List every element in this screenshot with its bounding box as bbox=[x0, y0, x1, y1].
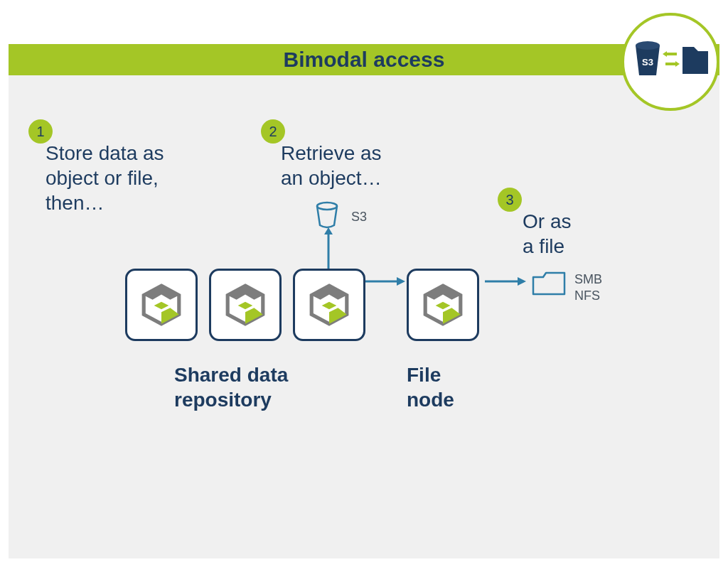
folder-icon bbox=[532, 270, 566, 298]
hex-logo-icon bbox=[421, 283, 465, 327]
corner-badge: S3 bbox=[621, 13, 719, 111]
step-badge-2-num: 2 bbox=[269, 124, 277, 140]
step-2-text: Retrieve as an object… bbox=[281, 141, 382, 190]
svg-marker-13 bbox=[238, 302, 253, 309]
step-3-text: Or as a file bbox=[523, 209, 571, 259]
repo-node-3 bbox=[293, 269, 365, 341]
hex-logo-icon bbox=[139, 283, 183, 327]
repo-node-1 bbox=[125, 269, 198, 341]
svg-point-2 bbox=[317, 203, 337, 210]
title-bar: Bimodal access bbox=[9, 44, 719, 75]
svg-marker-17 bbox=[322, 302, 337, 309]
arrow-right-2-icon bbox=[485, 276, 528, 290]
hex-logo-icon bbox=[223, 283, 267, 327]
hex-logo-icon bbox=[307, 283, 351, 327]
diagram-canvas: Bimodal access S3 1 Store data as object… bbox=[0, 0, 728, 572]
bucket-folder-icon: S3 bbox=[631, 37, 710, 87]
step-badge-3-num: 3 bbox=[505, 192, 513, 208]
repo-node-2 bbox=[209, 269, 282, 341]
title-text: Bimodal access bbox=[284, 48, 445, 72]
step-1-text: Store data as object or file, then… bbox=[46, 141, 164, 215]
step-badge-1-num: 1 bbox=[36, 124, 44, 140]
svg-marker-7 bbox=[144, 286, 179, 300]
step-badge-1: 1 bbox=[28, 119, 53, 144]
svg-marker-11 bbox=[228, 286, 263, 300]
step-badge-3: 3 bbox=[498, 188, 522, 212]
svg-marker-21 bbox=[436, 302, 451, 309]
file-node bbox=[407, 269, 479, 341]
svg-text:S3: S3 bbox=[642, 57, 653, 68]
caption-filenode: File node bbox=[407, 362, 454, 412]
s3-bucket-icon bbox=[313, 201, 341, 230]
caption-repo: Shared data repository bbox=[174, 362, 288, 412]
svg-marker-19 bbox=[425, 286, 461, 300]
protocol-file-label: SMB NFS bbox=[574, 271, 602, 303]
step-badge-2: 2 bbox=[261, 119, 285, 144]
svg-point-0 bbox=[636, 41, 660, 50]
protocol-s3-label: S3 bbox=[351, 209, 367, 225]
svg-marker-9 bbox=[154, 302, 169, 309]
svg-marker-15 bbox=[311, 286, 347, 300]
